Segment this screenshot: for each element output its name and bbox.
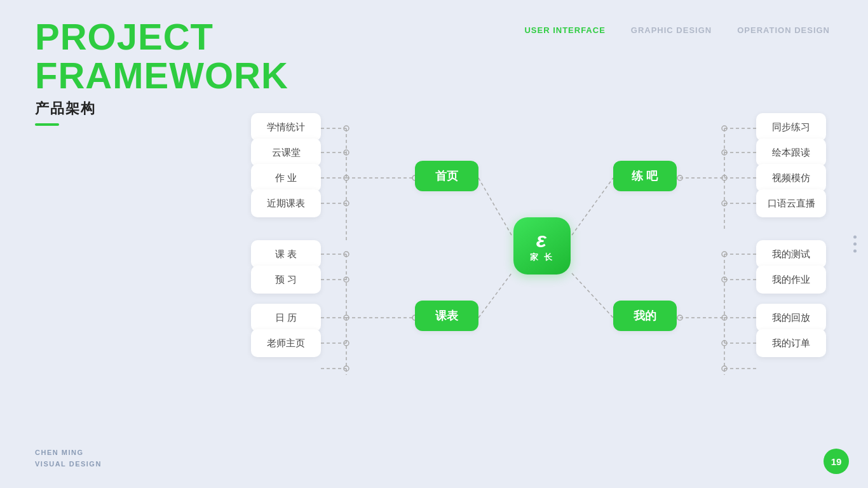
node-kebiao2: 课 表	[251, 240, 321, 268]
svg-point-41	[722, 341, 727, 346]
node-dingdan: 我的订单	[756, 329, 826, 357]
header-nav: USER INTERFACE GRAPHIC DESIGN OPERATION …	[524, 25, 830, 35]
node-lianba: 练 吧	[613, 161, 677, 191]
node-huiben: 绘本跟读	[756, 139, 826, 166]
side-dot-2	[853, 243, 857, 246]
svg-point-30	[722, 175, 727, 180]
svg-point-15	[344, 341, 349, 346]
svg-line-25	[572, 273, 613, 318]
node-zuoye2: 我的作业	[756, 266, 826, 294]
svg-point-12	[344, 252, 349, 257]
node-jinqi: 近期课表	[251, 189, 321, 217]
svg-point-3	[344, 150, 349, 155]
title-line1: PROJECT	[35, 18, 288, 57]
svg-point-16	[344, 366, 349, 371]
svg-point-14	[344, 315, 349, 320]
svg-point-39	[722, 277, 727, 282]
node-kebiao: 课表	[415, 301, 478, 331]
svg-point-51	[677, 315, 682, 320]
title-underline	[35, 123, 59, 126]
node-rili: 日 历	[251, 304, 321, 332]
footer-line1: CHEN MING	[35, 447, 102, 459]
node-huifang: 我的回放	[756, 304, 826, 332]
app-icon-symbol: ε	[536, 229, 548, 250]
nav-operation-design[interactable]: OPERATION DESIGN	[737, 25, 830, 35]
node-homepage: 首页	[415, 161, 478, 191]
svg-point-40	[722, 315, 727, 320]
node-tongbu: 同步练习	[756, 113, 826, 141]
diagram: 学情统计 云课堂 作 业 近期课表 课 表 预 习 日 历 老师主页 首页 课表…	[248, 76, 830, 437]
app-icon: ε 家 长	[513, 217, 571, 274]
svg-point-28	[722, 126, 727, 131]
svg-point-38	[722, 252, 727, 257]
side-dot-3	[853, 250, 857, 253]
svg-line-24	[572, 178, 613, 235]
node-zuoye: 作 业	[251, 164, 321, 192]
side-dots	[853, 236, 857, 253]
svg-point-29	[722, 150, 727, 155]
footer-line2: VISUAL DESIGN	[35, 458, 102, 470]
node-kouyu: 口语云直播	[756, 189, 826, 217]
svg-point-13	[344, 277, 349, 282]
svg-line-22	[478, 178, 512, 235]
node-xuqing: 学情统计	[251, 113, 321, 141]
nav-graphic-design[interactable]: GRAPHIC DESIGN	[631, 25, 712, 35]
footer: CHEN MING VISUAL DESIGN	[35, 447, 102, 470]
svg-point-42	[722, 366, 727, 371]
svg-point-50	[677, 175, 682, 180]
node-yunketang: 云课堂	[251, 139, 321, 166]
svg-point-5	[344, 201, 349, 206]
node-wode: 我的	[613, 301, 677, 331]
node-shipin: 视频模仿	[756, 164, 826, 192]
side-dot-1	[853, 236, 857, 239]
svg-point-31	[722, 201, 727, 206]
app-icon-label: 家 长	[530, 252, 555, 263]
node-yuxi: 预 习	[251, 266, 321, 294]
nav-user-interface[interactable]: USER INTERFACE	[524, 25, 605, 35]
svg-point-2	[344, 126, 349, 131]
svg-line-23	[478, 273, 512, 318]
page-number-badge: 19	[824, 449, 849, 474]
svg-point-4	[344, 175, 349, 180]
node-laoshi: 老师主页	[251, 329, 321, 357]
node-ceshi: 我的测试	[756, 240, 826, 268]
